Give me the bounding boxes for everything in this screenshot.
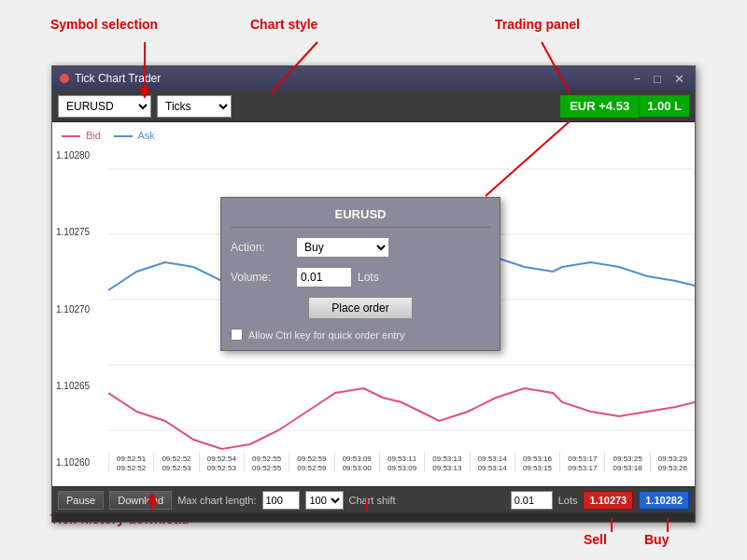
price-label-0: 1.10280 [56,150,105,161]
ask-line-icon [114,135,133,137]
price-label-2: 1.10270 [56,304,105,315]
lot-unit-label: Lots [558,495,578,506]
place-order-button[interactable]: Place order [308,297,412,319]
max-chart-input[interactable] [262,491,300,510]
chart-style-label: Chart style [250,17,317,32]
trading-modal: EURUSD Action: Buy Sell Volume: Lots Pla… [220,197,500,351]
time-label-7: 09:53:1309:53:13 [424,453,469,472]
bid-legend: Bid [62,130,101,141]
price-label-1: 1.10275 [56,227,105,237]
bottom-toolbar: Pause Download Max chart length: 100 200… [52,486,695,512]
symbol-selection-label: Symbol selection [50,17,158,32]
max-chart-label: Max chart length: [177,495,256,506]
trading-panel-pnl[interactable]: EUR +4.53 [560,95,639,118]
buy-annotation-label: Buy [644,532,669,547]
ctrl-key-label: Allow Ctrl key for quick order entry [248,329,405,341]
minimize-button[interactable]: − [631,72,644,86]
modal-title: EURUSD [231,207,490,228]
window-title: Tick Chart Trader [75,72,631,85]
time-label-3: 09:52:5509:52:55 [244,453,289,472]
lot-input[interactable] [511,491,553,510]
pause-button[interactable]: Pause [58,491,104,510]
download-button[interactable]: Download [109,491,172,510]
chart-shift-label: Chart shift [349,495,396,506]
price-label-4: 1.10260 [56,457,105,468]
trading-panel-lot: 1.00 L [639,95,689,117]
buy-button[interactable]: 1.10282 [639,491,689,510]
maximize-button[interactable]: □ [651,72,664,86]
toolbar: EURUSD Ticks Line Bar Candle EUR +4.53 1… [52,91,695,122]
trading-panel-label: Trading panel [495,17,580,32]
sell-annotation-label: Sell [584,532,607,547]
action-row: Action: Buy Sell [231,237,490,258]
volume-row: Volume: Lots [231,267,490,287]
chart-area: Bid Ask 1.10280 1.10275 1.10270 1.10265 … [52,122,695,486]
max-chart-select[interactable]: 100 200 500 [305,491,344,510]
price-axis: 1.10280 1.10275 1.10270 1.10265 1.10260 [52,150,108,468]
time-label-9: 09:53:1609:53:15 [514,453,559,472]
ctrl-key-checkbox[interactable] [231,329,243,341]
app-window: Tick Chart Trader − □ ✕ EURUSD Ticks Lin… [51,65,696,523]
sell-button[interactable]: 1.10273 [583,491,633,510]
ask-legend: Ask [114,130,155,141]
bid-line-icon [62,135,80,137]
action-select[interactable]: Buy Sell [296,237,389,258]
time-label-5: 09:53:0909:53:00 [334,453,379,472]
chart-legend: Bid Ask [62,130,155,141]
title-bar: Tick Chart Trader − □ ✕ [52,66,695,91]
ctrl-key-row: Allow Ctrl key for quick order entry [231,329,490,341]
action-label: Action: [231,241,296,254]
time-label-11: 09:53:2509:53:18 [604,453,649,472]
close-button[interactable]: ✕ [671,72,687,86]
time-label-2: 09:52:5409:52:53 [199,453,244,472]
window-controls: − □ ✕ [631,72,687,86]
time-label-8: 09:53:1409:53:14 [470,453,514,472]
window-icon [60,74,69,83]
time-label-4: 09:52:5909:52:59 [289,453,333,472]
volume-label: Volume: [231,271,296,284]
time-label-0: 09:52:5109:52:52 [108,453,153,472]
volume-input[interactable] [296,267,352,287]
time-label-1: 09:52:5209:52:53 [153,453,198,472]
price-label-3: 1.10265 [56,381,105,391]
time-axis: 09:52:5109:52:52 09:52:5209:52:53 09:52:… [108,453,695,486]
symbol-select[interactable]: EURUSD [58,95,151,118]
time-label-10: 09:53:1709:53:17 [559,453,604,472]
time-label-6: 09:53:1109:53:09 [379,453,424,472]
chart-style-select[interactable]: Ticks Line Bar Candle [157,95,232,118]
volume-unit: Lots [358,271,379,284]
time-label-12: 09:53:2909:53:26 [650,453,695,472]
